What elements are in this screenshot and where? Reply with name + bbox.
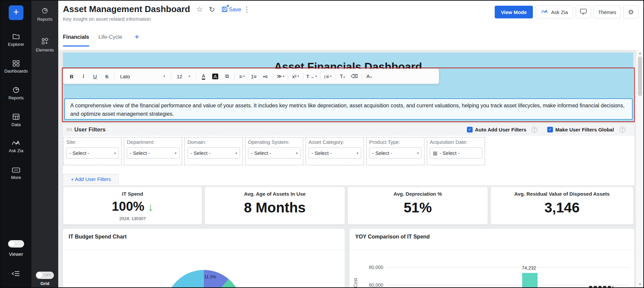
filter-acquisition-date: Acquisition Date: ▦- Select - (427, 137, 485, 165)
kpi-card-avg-depreciation[interactable]: Avg. Depreciation % 51% (348, 187, 488, 224)
view-mode-button[interactable]: View Mode (495, 6, 533, 18)
gear-icon: ⚙ (628, 8, 634, 16)
toggle-knob (36, 272, 43, 278)
save-button[interactable]: Save (229, 7, 241, 13)
sidebar-item-data[interactable]: Data (1, 113, 31, 127)
character-spacing-button[interactable]: A₌ (365, 71, 374, 81)
add-tab-button[interactable]: + (135, 32, 139, 41)
collapse-sidebar-icon[interactable] (11, 270, 21, 278)
bar-2023[interactable] (522, 273, 538, 288)
secondary-sidebar: Reports Elements OFF Grid (31, 1, 58, 287)
ordered-list-button[interactable]: 1≡ (249, 71, 258, 81)
sidebar-item-label: More (11, 175, 21, 180)
kpi-card-avg-residual-value[interactable]: Avg. Residual Value of Disposed Assets 3… (491, 187, 633, 224)
filter-acquisition-date-picker[interactable]: ▦- Select - (430, 148, 482, 159)
gridline (387, 285, 629, 285)
bold-button[interactable]: B (67, 71, 76, 81)
favorite-star-icon[interactable]: ☆ (196, 5, 203, 13)
tab-life-cycle[interactable]: Life-Cycle (98, 34, 122, 40)
filter-site-select[interactable]: - Select -▾ (66, 148, 119, 159)
font-size-select[interactable]: 12▾ (174, 71, 193, 81)
description-text-editor[interactable]: A comprehensive view of the financial pe… (64, 98, 633, 120)
zia-icon (541, 9, 549, 15)
filter-label: Acquisition Date: (430, 139, 468, 145)
kpi-card-it-spend[interactable]: IT Spend 100% ↓ 2024: 130307 (63, 187, 202, 224)
font-color-glyph: A (202, 73, 205, 80)
clear-format-button[interactable]: ⌫ (350, 71, 359, 81)
viewer-toggle[interactable] (8, 240, 24, 248)
table-icon (12, 113, 20, 120)
presentation-display-button[interactable] (576, 6, 591, 18)
panel-item-reports[interactable]: Reports (31, 7, 58, 22)
chevron-down-icon: ▾ (356, 152, 358, 155)
themes-button[interactable]: Themes (594, 6, 621, 18)
toolbar-divider (273, 73, 273, 80)
more-ellipsis-icon (12, 167, 20, 173)
underline-button[interactable]: U (91, 71, 99, 81)
drag-handle-icon[interactable]: ⠿⠿ (66, 127, 72, 132)
sidebar-item-more[interactable]: More (1, 167, 31, 180)
toolbar-divider (114, 73, 114, 80)
kpi-value: 51% (348, 200, 488, 215)
italic-button[interactable]: I (79, 71, 88, 81)
make-user-filters-global-checkbox[interactable]: ✓ (547, 127, 553, 132)
help-icon[interactable]: ? (620, 127, 625, 132)
tab-financials[interactable]: Financials (63, 34, 89, 40)
sidebar-item-dashboards[interactable]: Dashboards (1, 60, 31, 74)
align-button[interactable]: ≡▾ (238, 71, 246, 81)
create-new-button[interactable]: + (9, 5, 23, 20)
filter-value: - Select - (130, 150, 150, 156)
sidebar-item-explorer[interactable]: Explorer (1, 33, 31, 47)
strikethrough-button[interactable]: S (102, 71, 111, 81)
font-family-select[interactable]: Lato▾ (117, 71, 168, 81)
settings-button[interactable]: ⚙ (623, 6, 639, 18)
filter-domain-select[interactable]: - Select -▾ (187, 148, 240, 159)
filter-product-type-select[interactable]: - Select -▾ (369, 148, 422, 159)
toolbar-divider (234, 73, 235, 80)
text-direction-button[interactable]: T→▾ (306, 71, 317, 81)
filter-asset-category-select[interactable]: - Select -▾ (309, 148, 361, 159)
grid-toggle[interactable]: OFF (36, 272, 54, 279)
line-spacing-button[interactable]: ↕≡▾ (323, 71, 332, 81)
check-icon: ✓ (548, 127, 552, 132)
ask-zia-label: Ask Zia (551, 9, 568, 15)
sidebar-item-label: Data (11, 122, 20, 127)
bar-chart-card[interactable]: YOY Comparison of IT Spend (349, 229, 634, 288)
indent-button[interactable]: ≫▾ (276, 71, 285, 81)
scrollbar-thumb[interactable] (638, 57, 642, 96)
font-color-button[interactable]: A (199, 71, 208, 81)
refresh-icon[interactable]: ↻ (209, 5, 215, 14)
format-painter-button[interactable]: ⧉ (223, 71, 231, 81)
check-icon: ✓ (468, 127, 471, 132)
ask-zia-button[interactable]: Ask Zia (536, 6, 573, 18)
panel-item-elements[interactable]: Elements (31, 37, 58, 53)
elements-shapes-icon (41, 37, 49, 46)
auto-add-user-filters-checkbox[interactable]: ✓ (467, 127, 473, 132)
filter-operating-system-select[interactable]: - Select -▾ (248, 148, 301, 159)
zia-icon (11, 140, 21, 147)
bullet-list-button[interactable]: •≡ (261, 71, 270, 81)
pie-slice-label: 11.2% (204, 274, 216, 279)
highlight-color-button[interactable]: A (211, 71, 220, 81)
filter-value: - Select - (312, 150, 332, 156)
sidebar-item-ask-zia[interactable]: Ask Zia (1, 140, 31, 153)
superscript-button[interactable]: x²▾ (291, 71, 300, 81)
chevron-down-icon: ▾ (114, 152, 116, 155)
scroll-up-arrow-icon[interactable]: ▴ (636, 51, 644, 55)
kpi-card-avg-age[interactable]: Avg. Age of Assets In Use 8 Months (205, 187, 345, 224)
filter-department-select[interactable]: - Select -▾ (127, 148, 179, 159)
help-icon[interactable]: ? (532, 127, 537, 132)
sidebar-item-label: Explorer (8, 42, 24, 47)
calendar-icon: ▦ (433, 150, 437, 156)
insert-annotation-button[interactable]: T₊ (338, 71, 347, 81)
scroll-down-arrow-icon[interactable]: ▾ (636, 282, 644, 286)
folder-icon (12, 33, 20, 40)
more-options-kebab-icon[interactable]: ⋮ (243, 5, 250, 13)
toolbar-divider (362, 73, 362, 80)
sidebar-item-reports[interactable]: Reports (1, 86, 31, 100)
top-header: Asset Management Dashboard ☆ ↻ * Save ⋮ … (58, 1, 644, 50)
vertical-scrollbar[interactable]: ▴ ▾ (636, 50, 644, 287)
filter-value: - Select - (190, 150, 211, 156)
filter-value: - Select - (372, 150, 392, 156)
add-user-filters-link[interactable]: + Add User Filters (63, 174, 119, 184)
